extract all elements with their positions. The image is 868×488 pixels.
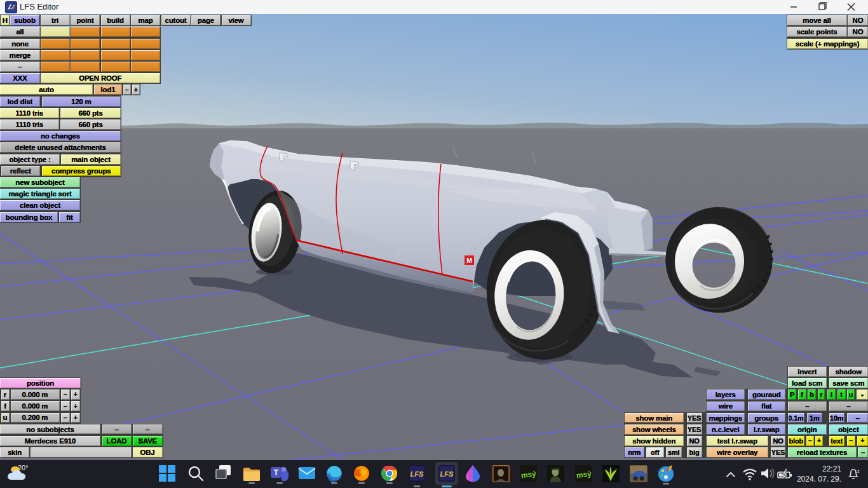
svg-text:2024. 07. 29.: 2024. 07. 29.	[797, 475, 841, 484]
svg-text:M: M	[466, 257, 472, 264]
svg-text:22:21: 22:21	[822, 464, 841, 473]
svg-text:T: T	[274, 468, 279, 477]
svg-text:z: z	[857, 469, 860, 473]
svg-text:LFS: LFS	[410, 470, 424, 478]
svg-text:LFS: LFS	[440, 470, 454, 478]
